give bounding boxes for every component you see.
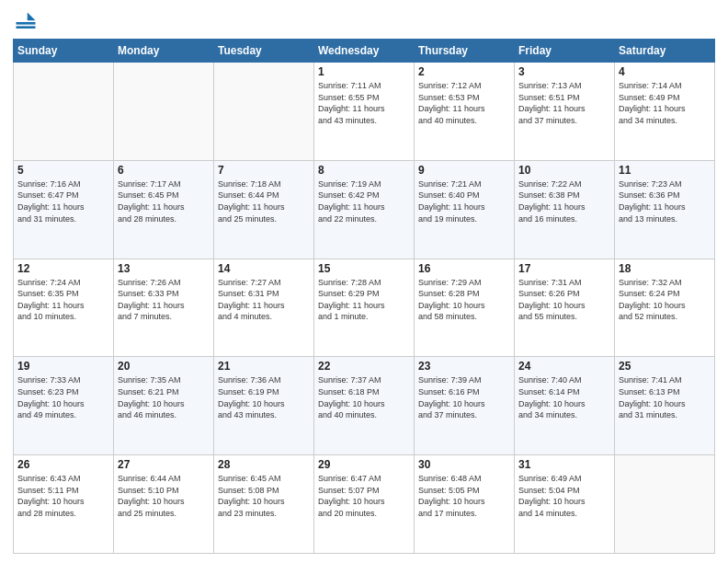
day-info: Sunrise: 7:32 AM Sunset: 6:24 PM Dayligh… [619, 277, 711, 323]
day-number: 8 [318, 164, 410, 177]
calendar-cell: 13Sunrise: 7:26 AM Sunset: 6:33 PM Dayli… [114, 259, 214, 357]
calendar-cell: 14Sunrise: 7:27 AM Sunset: 6:31 PM Dayli… [214, 259, 314, 357]
calendar-body: 1Sunrise: 7:11 AM Sunset: 6:55 PM Daylig… [14, 63, 715, 554]
day-number: 4 [619, 65, 711, 78]
calendar-cell: 16Sunrise: 7:29 AM Sunset: 6:28 PM Dayli… [415, 259, 515, 357]
calendar-cell: 22Sunrise: 7:37 AM Sunset: 6:18 PM Dayli… [314, 357, 415, 455]
day-info: Sunrise: 7:36 AM Sunset: 6:19 PM Dayligh… [218, 374, 310, 420]
day-info: Sunrise: 6:44 AM Sunset: 5:10 PM Dayligh… [118, 473, 210, 519]
calendar-cell: 7Sunrise: 7:18 AM Sunset: 6:44 PM Daylig… [214, 160, 314, 259]
calendar-cell: 19Sunrise: 7:33 AM Sunset: 6:23 PM Dayli… [14, 357, 114, 455]
day-info: Sunrise: 6:43 AM Sunset: 5:11 PM Dayligh… [17, 473, 109, 519]
logo [13, 9, 40, 35]
day-number: 7 [218, 164, 310, 177]
calendar-cell: 21Sunrise: 7:36 AM Sunset: 6:19 PM Dayli… [214, 357, 314, 455]
calendar-cell: 28Sunrise: 6:45 AM Sunset: 5:08 PM Dayli… [214, 455, 314, 554]
day-info: Sunrise: 7:37 AM Sunset: 6:18 PM Dayligh… [318, 374, 410, 420]
calendar-cell [214, 63, 314, 161]
calendar-cell: 25Sunrise: 7:41 AM Sunset: 6:13 PM Dayli… [615, 357, 715, 455]
calendar-cell: 11Sunrise: 7:23 AM Sunset: 6:36 PM Dayli… [615, 160, 715, 259]
calendar-cell [14, 63, 114, 161]
header [13, 9, 715, 35]
day-number: 22 [318, 360, 410, 373]
day-info: Sunrise: 7:28 AM Sunset: 6:29 PM Dayligh… [318, 277, 410, 323]
day-number: 28 [218, 458, 310, 471]
weekday-header-wednesday: Wednesday [314, 40, 415, 63]
day-number: 23 [418, 360, 510, 373]
day-number: 6 [118, 164, 210, 177]
day-info: Sunrise: 7:27 AM Sunset: 6:31 PM Dayligh… [218, 277, 310, 323]
calendar-cell: 18Sunrise: 7:32 AM Sunset: 6:24 PM Dayli… [615, 259, 715, 357]
day-number: 20 [118, 360, 210, 373]
day-info: Sunrise: 6:49 AM Sunset: 5:04 PM Dayligh… [518, 473, 610, 519]
calendar-cell: 15Sunrise: 7:28 AM Sunset: 6:29 PM Dayli… [314, 259, 415, 357]
day-number: 18 [619, 262, 711, 275]
calendar-cell: 8Sunrise: 7:19 AM Sunset: 6:42 PM Daylig… [314, 160, 415, 259]
day-info: Sunrise: 6:47 AM Sunset: 5:07 PM Dayligh… [318, 473, 410, 519]
weekday-header-saturday: Saturday [615, 40, 715, 63]
calendar-cell: 31Sunrise: 6:49 AM Sunset: 5:04 PM Dayli… [515, 455, 615, 554]
calendar-cell [615, 455, 715, 554]
calendar-cell: 29Sunrise: 6:47 AM Sunset: 5:07 PM Dayli… [314, 455, 415, 554]
day-number: 17 [518, 262, 610, 275]
day-info: Sunrise: 7:24 AM Sunset: 6:35 PM Dayligh… [17, 277, 109, 323]
day-info: Sunrise: 7:19 AM Sunset: 6:42 PM Dayligh… [318, 178, 410, 224]
calendar-cell: 4Sunrise: 7:14 AM Sunset: 6:49 PM Daylig… [615, 63, 715, 161]
calendar-cell: 20Sunrise: 7:35 AM Sunset: 6:21 PM Dayli… [114, 357, 214, 455]
day-number: 3 [518, 65, 610, 78]
day-info: Sunrise: 7:12 AM Sunset: 6:53 PM Dayligh… [418, 80, 510, 126]
day-info: Sunrise: 7:40 AM Sunset: 6:14 PM Dayligh… [518, 374, 610, 420]
day-number: 30 [418, 458, 510, 471]
calendar-week-5: 26Sunrise: 6:43 AM Sunset: 5:11 PM Dayli… [14, 455, 715, 554]
weekday-header-friday: Friday [515, 40, 615, 63]
day-number: 5 [17, 164, 109, 177]
calendar-cell: 5Sunrise: 7:16 AM Sunset: 6:47 PM Daylig… [14, 160, 114, 259]
calendar-cell: 23Sunrise: 7:39 AM Sunset: 6:16 PM Dayli… [415, 357, 515, 455]
day-number: 29 [318, 458, 410, 471]
weekday-header-sunday: Sunday [14, 40, 114, 63]
page: SundayMondayTuesdayWednesdayThursdayFrid… [0, 0, 728, 563]
calendar-week-1: 1Sunrise: 7:11 AM Sunset: 6:55 PM Daylig… [14, 63, 715, 161]
calendar-cell: 1Sunrise: 7:11 AM Sunset: 6:55 PM Daylig… [314, 63, 415, 161]
day-number: 19 [17, 360, 109, 373]
day-number: 9 [418, 164, 510, 177]
calendar-cell: 10Sunrise: 7:22 AM Sunset: 6:38 PM Dayli… [515, 160, 615, 259]
day-info: Sunrise: 6:48 AM Sunset: 5:05 PM Dayligh… [418, 473, 510, 519]
svg-rect-2 [17, 22, 36, 25]
day-info: Sunrise: 7:17 AM Sunset: 6:45 PM Dayligh… [118, 178, 210, 224]
day-info: Sunrise: 7:23 AM Sunset: 6:36 PM Dayligh… [619, 178, 711, 224]
calendar-cell: 17Sunrise: 7:31 AM Sunset: 6:26 PM Dayli… [515, 259, 615, 357]
calendar-cell: 27Sunrise: 6:44 AM Sunset: 5:10 PM Dayli… [114, 455, 214, 554]
day-info: Sunrise: 7:29 AM Sunset: 6:28 PM Dayligh… [418, 277, 510, 323]
day-info: Sunrise: 7:11 AM Sunset: 6:55 PM Dayligh… [318, 80, 410, 126]
svg-rect-3 [17, 26, 36, 29]
day-info: Sunrise: 7:41 AM Sunset: 6:13 PM Dayligh… [619, 374, 711, 420]
calendar-cell: 12Sunrise: 7:24 AM Sunset: 6:35 PM Dayli… [14, 259, 114, 357]
calendar-cell [114, 63, 214, 161]
day-number: 24 [518, 360, 610, 373]
day-number: 16 [418, 262, 510, 275]
day-number: 26 [17, 458, 109, 471]
calendar-week-2: 5Sunrise: 7:16 AM Sunset: 6:47 PM Daylig… [14, 160, 715, 259]
weekday-row: SundayMondayTuesdayWednesdayThursdayFrid… [14, 40, 715, 63]
day-number: 21 [218, 360, 310, 373]
day-number: 14 [218, 262, 310, 275]
weekday-header-thursday: Thursday [415, 40, 515, 63]
day-info: Sunrise: 7:18 AM Sunset: 6:44 PM Dayligh… [218, 178, 310, 224]
day-number: 11 [619, 164, 711, 177]
calendar-header: SundayMondayTuesdayWednesdayThursdayFrid… [14, 40, 715, 63]
day-info: Sunrise: 6:45 AM Sunset: 5:08 PM Dayligh… [218, 473, 310, 519]
calendar-week-4: 19Sunrise: 7:33 AM Sunset: 6:23 PM Dayli… [14, 357, 715, 455]
calendar-cell: 9Sunrise: 7:21 AM Sunset: 6:40 PM Daylig… [415, 160, 515, 259]
day-number: 2 [418, 65, 510, 78]
calendar-cell: 30Sunrise: 6:48 AM Sunset: 5:05 PM Dayli… [415, 455, 515, 554]
day-info: Sunrise: 7:33 AM Sunset: 6:23 PM Dayligh… [17, 374, 109, 420]
calendar-cell: 24Sunrise: 7:40 AM Sunset: 6:14 PM Dayli… [515, 357, 615, 455]
calendar-cell: 26Sunrise: 6:43 AM Sunset: 5:11 PM Dayli… [14, 455, 114, 554]
day-number: 25 [619, 360, 711, 373]
day-info: Sunrise: 7:31 AM Sunset: 6:26 PM Dayligh… [518, 277, 610, 323]
calendar-week-3: 12Sunrise: 7:24 AM Sunset: 6:35 PM Dayli… [14, 259, 715, 357]
weekday-header-monday: Monday [114, 40, 214, 63]
day-info: Sunrise: 7:22 AM Sunset: 6:38 PM Dayligh… [518, 178, 610, 224]
weekday-header-tuesday: Tuesday [214, 40, 314, 63]
